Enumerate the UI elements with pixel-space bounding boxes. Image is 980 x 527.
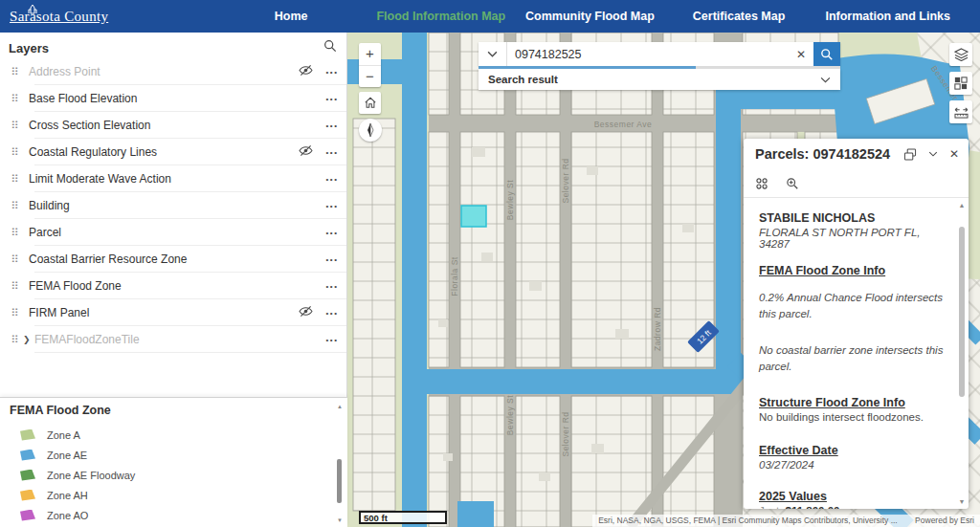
effective-date-heading: Effective Date [759,444,946,457]
nav-item-home[interactable]: Home [275,0,308,33]
drag-handle-icon[interactable]: ⠿ [0,66,29,78]
brand-link[interactable]: Sarasota County [10,9,108,25]
app: Sarasota County Home Flood Information M… [0,0,980,527]
parcel-owner: STABILE NICHOLAS [759,211,946,225]
street-label-selover-rd-upper: Selover Rd [561,158,570,203]
layer-row-parcel[interactable]: ⠿ Parcel ••• [0,219,346,246]
parcel-panel-content: STABILE NICHOLAS FLORALA ST NORTH PORT F… [744,198,969,509]
search-widget: ✕ Search result [479,42,840,90]
layer-options-icon[interactable]: ••• [318,202,346,210]
home-extent-button[interactable] [359,92,381,114]
scale-bar: 500 ft [359,511,447,524]
layer-options-icon[interactable]: ••• [318,95,346,103]
legend-item-zone-ao: Zone AO [20,505,347,525]
search-source-chevron-icon[interactable] [479,42,507,66]
drag-handle-icon[interactable]: ⠿ [0,307,29,319]
measure-widget-button[interactable] [949,100,972,123]
fema-note-2: No coastal barrier zone intersects this … [759,342,946,374]
drag-handle-icon[interactable]: ⠿ [0,93,29,105]
layer-options-icon[interactable]: ••• [318,336,346,344]
expand-chevron-icon[interactable]: ❯ [23,335,34,344]
basemap-gallery-button[interactable] [949,72,972,95]
drag-handle-icon[interactable]: ⠿ [0,227,29,239]
layer-options-icon[interactable]: ••• [318,255,346,264]
zoom-out-button[interactable]: − [359,65,381,87]
structure-flood-zone-heading: Structure Flood Zone Info [759,396,946,409]
layer-row-cross-section-elevation[interactable]: ⠿ Cross Section Elevation ••• [0,112,346,139]
layer-row-base-flood-elevation[interactable]: ⠿ Base Flood Elevation ••• [0,85,346,112]
selected-parcel-highlight[interactable] [461,206,486,227]
fema-flood-zone-info-heading: FEMA Flood Zone Info [759,264,946,277]
dock-panel-icon[interactable] [903,148,917,161]
legend-scrollbar-thumb[interactable] [337,459,342,503]
layer-options-icon[interactable]: ••• [318,282,346,291]
search-clear-icon[interactable]: ✕ [789,42,813,66]
value-row-just: Just: $11,800.00 [759,505,946,509]
legend-scrollbar[interactable]: ▲ ▼ [336,404,344,523]
street-label-bewley-st-upper: Bewley St [505,180,515,220]
layer-options-icon[interactable]: ••• [318,229,346,237]
panel-scrollbar-thumb[interactable] [959,227,965,397]
fema-note-1: 0.2% Annual Chance Flood intersects this… [759,290,946,321]
visibility-off-icon[interactable] [293,304,318,321]
zoom-to-feature-icon[interactable] [786,177,799,190]
zoom-in-button[interactable]: + [359,43,381,65]
collapse-panel-chevron-icon[interactable] [928,151,938,157]
layer-row-femafloodzonetile[interactable]: ⠿ ❯ FEMAFloodZoneTile ••• [0,326,346,353]
layer-options-icon[interactable]: ••• [318,148,346,157]
layer-row-building[interactable]: ⠿ Building ••• [0,192,346,219]
street-label-bessemer-ave: Bessemer Ave [594,120,653,129]
street-label-florala-st: Florala St [450,256,459,296]
values-heading: 2025 Values [759,490,946,503]
layers-widget-button[interactable] [949,43,972,66]
structure-note: No buildings intersect floodzones. [759,411,946,423]
search-result-group[interactable]: Search result [479,69,840,90]
layer-row-coastal-regulatory-lines[interactable]: ⠿ Coastal Regulatory Lines ••• [0,139,346,165]
map-canvas[interactable]: Bessemer Ave Bessemer Ave Florala St Bew… [347,33,980,527]
street-label-bewley-st-lower: Bewley St [505,395,515,435]
parcel-panel-title: Parcels: 0974182524 [755,146,892,162]
layer-options-icon[interactable]: ••• [318,309,346,318]
parcel-info-panel: Parcels: 0974182524 ✕ STABILE NICHOLAS [744,139,969,509]
nav-item-information-and-links[interactable]: Information and Links [825,0,950,33]
drag-handle-icon[interactable]: ⠿ [0,146,29,159]
layer-row-firm-panel[interactable]: ⠿ FIRM Panel ••• [0,299,346,326]
layer-row-address-point[interactable]: ⠿ Address Point ••• [0,58,346,85]
drag-handle-icon[interactable]: ⠿ [0,253,29,266]
compass-button[interactable] [359,119,382,142]
nav-item-certificates-map[interactable]: Certificates Map [693,0,786,33]
drag-handle-icon[interactable]: ⠿ [0,120,29,132]
legend-item-zone-a: Zone A [20,425,347,445]
zone-a-swatch [20,429,35,441]
layers-panel: Layers ⠿ Address Point ••• ⠿ Base Flood … [0,33,347,527]
nav-item-community-flood-map[interactable]: Community Flood Map [525,0,655,33]
drag-handle-icon[interactable]: ⠿ [0,280,29,293]
visibility-off-icon[interactable] [293,63,318,80]
search-input[interactable] [507,42,789,66]
drag-handle-icon[interactable]: ⠿ [0,173,29,186]
visibility-off-icon[interactable] [293,143,318,161]
zone-ae-swatch [20,450,35,461]
feature-pagination-icon[interactable] [755,177,768,190]
street-label-zadrow-rd: Zadrow Rd [653,307,662,351]
layer-options-icon[interactable]: ••• [318,121,346,130]
layer-search-icon[interactable] [323,39,337,56]
layer-row-fema-flood-zone[interactable]: ⠿ FEMA Flood Zone ••• [0,273,346,299]
legend-item-zone-ah: Zone AH [20,485,347,505]
powered-by-esri[interactable]: Powered by Esri [915,516,974,525]
layer-options-icon[interactable]: ••• [318,68,346,77]
nav-item-flood-information-map[interactable]: Flood Information Map [376,0,505,33]
close-panel-icon[interactable]: ✕ [949,147,959,161]
panel-scrollbar[interactable]: ▲ ▼ [957,202,967,505]
drag-handle-icon[interactable]: ⠿ [0,200,29,212]
search-result-chevron-icon[interactable] [820,77,831,83]
attribution-text: Esri, NASA, NGA, USGS, FEMA | Esri Commu… [598,516,898,525]
top-navbar: Sarasota County Home Flood Information M… [0,0,980,33]
search-submit-button[interactable] [813,42,840,66]
street-label-selover-rd-lower: Selover Rd [561,411,570,456]
layer-row-coastal-barrier-resource-zone[interactable]: ⠿ Coastal Barrier Resource Zone ••• [0,246,346,273]
layers-panel-title: Layers [9,41,49,55]
layer-options-icon[interactable]: ••• [318,175,346,184]
layer-row-limit-moderate-wave-action[interactable]: ⠿ Limit Moderate Wave Action ••• [0,165,346,192]
map-widget-buttons [949,43,972,129]
